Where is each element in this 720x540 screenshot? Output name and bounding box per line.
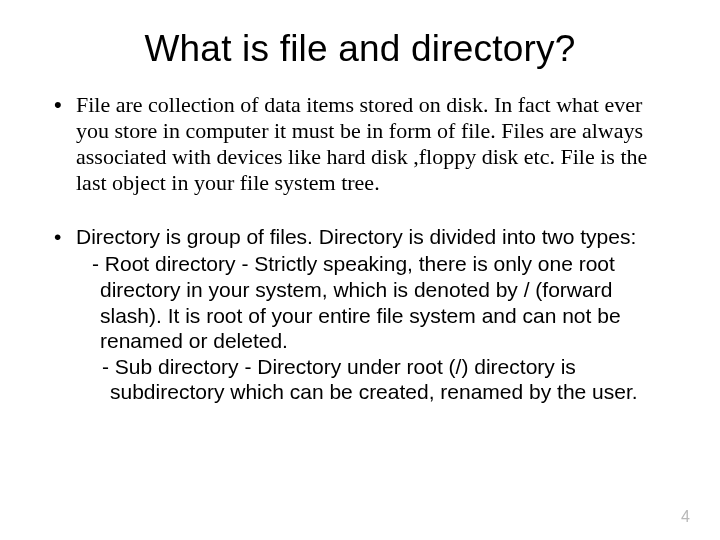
sub-item-root-directory: - Root directory - Strictly speaking, th…: [84, 251, 672, 353]
sub-item-sub-directory: - Sub directory - Directory under root (…: [84, 354, 672, 405]
bullet-item-directory: • Directory is group of files. Directory…: [48, 224, 672, 250]
page-number: 4: [681, 508, 690, 526]
bullet-marker: •: [48, 92, 76, 196]
slide-content: What is file and directory? • File are c…: [0, 0, 720, 425]
bullet-text-file: File are collection of data items stored…: [76, 92, 672, 196]
bullet-marker: •: [48, 224, 76, 250]
bullet-text-directory: Directory is group of files. Directory i…: [76, 224, 636, 250]
bullet-item-file: • File are collection of data items stor…: [48, 92, 672, 196]
slide-title: What is file and directory?: [48, 28, 672, 70]
